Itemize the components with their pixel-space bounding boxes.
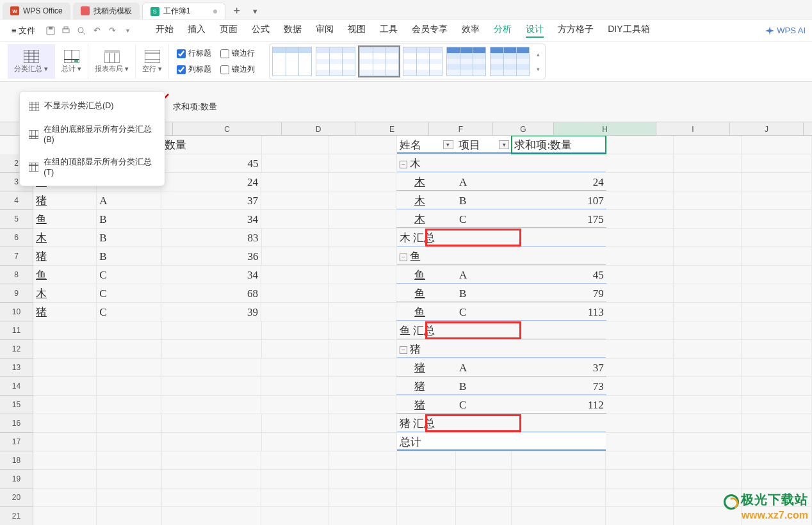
grid-row[interactable]: −猪 [33, 340, 812, 359]
cb-col-header[interactable]: 列标题 [177, 64, 211, 75]
checkbox-icon[interactable] [220, 49, 229, 58]
cb-banded-row[interactable]: 镶边行 [220, 48, 255, 59]
checkbox-icon[interactable] [177, 49, 186, 58]
dd-no-subtotal[interactable]: 不显示分类汇总(D) [20, 94, 165, 118]
tab-wps-office[interactable]: W WPS Office [3, 3, 70, 19]
collapse-icon[interactable]: − [400, 346, 407, 354]
cb-row-header[interactable]: 行标题 [177, 48, 211, 59]
row-head-17[interactable]: 17 [0, 433, 33, 451]
row-head-6[interactable]: 6 [0, 229, 33, 247]
col-head-C[interactable]: C [173, 122, 282, 135]
menu-analyze[interactable]: 分析 [494, 24, 512, 38]
filter-dropdown-icon[interactable]: ▾ [443, 140, 453, 149]
grid-row[interactable] [33, 507, 812, 525]
cb-banded-col[interactable]: 镶边列 [220, 64, 255, 75]
dd-subtotal-bottom[interactable]: 在组的底部显示所有分类汇总(B) [20, 118, 165, 150]
col-head-G[interactable]: G [493, 122, 554, 135]
row-head-11[interactable]: 11 [0, 321, 33, 340]
menu-ffgz[interactable]: 方方格子 [558, 24, 594, 38]
menu-data[interactable]: 数据 [284, 24, 302, 38]
row-head-9[interactable]: 9 [0, 284, 33, 303]
grid-row[interactable]: 鱼 汇总 [33, 321, 812, 340]
row-head-12[interactable]: 12 [0, 340, 33, 359]
wps-ai-button[interactable]: WPS AI [765, 26, 806, 35]
spreadsheet-grid[interactable]: 数量姓名▾项目▾求和项:数量鱼A45−木木A24木A24猪A37木B107鱼B3… [33, 136, 812, 525]
row-head-15[interactable]: 15 [0, 396, 33, 414]
tab-template[interactable]: 找稻壳模板 [73, 3, 140, 19]
style-thumb-2[interactable] [316, 47, 355, 76]
grid-row[interactable]: 猪B36−鱼 [33, 247, 812, 266]
preview-icon[interactable] [76, 26, 86, 36]
menu-efficiency[interactable]: 效率 [462, 24, 480, 38]
col-head-F[interactable]: F [429, 122, 493, 135]
row-head-8[interactable]: 8 [0, 266, 33, 284]
menu-formula[interactable]: 公式 [252, 24, 270, 38]
ribbon-blankrow[interactable]: 空行 ▾ [136, 44, 169, 79]
filter-dropdown-icon[interactable]: ▾ [499, 140, 509, 149]
row-head-19[interactable]: 19 [0, 470, 33, 489]
style-thumb-3[interactable] [359, 47, 399, 76]
add-tab-button[interactable]: + [228, 4, 245, 18]
checkbox-icon[interactable] [220, 65, 229, 74]
row-head-10[interactable]: 10 [0, 303, 33, 321]
collapse-icon[interactable]: − [400, 161, 407, 168]
grid-row[interactable]: 猪C39鱼C113 [33, 303, 812, 321]
ribbon-grandtotal[interactable]: 总计 ▾ [55, 44, 88, 79]
style-thumb-1[interactable] [272, 47, 312, 76]
grid-row[interactable]: 木B83木 汇总 [33, 229, 812, 247]
dd-subtotal-top[interactable]: 在组的顶部显示所有分类汇总(T) [20, 150, 165, 183]
row-head-20[interactable]: 20 [0, 489, 33, 507]
style-thumb-4[interactable] [403, 47, 443, 76]
active-cell[interactable]: 求和项:数量 [512, 136, 606, 154]
row-head-5[interactable]: 5 [0, 210, 33, 229]
grid-row[interactable]: 总计 [33, 433, 812, 451]
grid-row[interactable] [33, 451, 812, 470]
menu-vip[interactable]: 会员专享 [412, 24, 448, 38]
collapse-icon[interactable]: − [400, 254, 407, 261]
grid-row[interactable]: 鱼C34鱼A45 [33, 266, 812, 284]
grid-row[interactable]: 猪C112 [33, 396, 812, 414]
grid-row[interactable] [33, 489, 812, 507]
menu-tools[interactable]: 工具 [380, 24, 398, 38]
ribbon-layout[interactable]: 报表布局 ▾ [88, 44, 136, 79]
row-head-14[interactable]: 14 [0, 377, 33, 396]
menu-start[interactable]: 开始 [156, 24, 174, 38]
ribbon-subtotal[interactable]: 分类汇总 ▾ [8, 44, 55, 79]
row-head-21[interactable]: 21 [0, 507, 33, 525]
col-head-J[interactable]: J [730, 122, 804, 135]
checkbox-icon[interactable] [177, 65, 186, 74]
grid-row[interactable] [33, 470, 812, 489]
menu-diy[interactable]: DIY工具箱 [608, 24, 649, 38]
grid-row[interactable]: 鱼B34木C175 [33, 210, 812, 229]
undo-icon[interactable]: ↶ [92, 26, 102, 36]
grid-row[interactable]: 木C68鱼B79 [33, 284, 812, 303]
grid-row[interactable]: 猪 汇总 [33, 414, 812, 433]
menu-insert[interactable]: 插入 [188, 24, 206, 38]
row-head-16[interactable]: 16 [0, 414, 33, 433]
col-head-K[interactable]: K [804, 122, 812, 135]
formula-bar-content[interactable]: 求和项:数量 [173, 101, 217, 113]
style-gallery-more[interactable]: ▴▾ [533, 47, 542, 76]
row-head-4[interactable]: 4 [0, 191, 33, 210]
menu-review[interactable]: 审阅 [316, 24, 334, 38]
col-head-D[interactable]: D [282, 122, 355, 135]
pivot-header-project[interactable]: 项目▾ [456, 136, 512, 154]
menu-design[interactable]: 设计 [526, 24, 544, 38]
row-head-7[interactable]: 7 [0, 247, 33, 266]
menu-page[interactable]: 页面 [220, 24, 238, 38]
redo-icon[interactable]: ↷ [107, 26, 117, 36]
grid-row[interactable]: 猪A37 [33, 359, 812, 377]
style-thumb-5[interactable] [446, 47, 486, 76]
col-head-E[interactable]: E [355, 122, 429, 135]
col-head-H[interactable]: H [554, 122, 656, 135]
tab-workbook-active[interactable]: S 工作簿1 [142, 3, 226, 19]
style-thumb-6[interactable] [490, 47, 530, 76]
menu-view[interactable]: 视图 [348, 24, 366, 38]
file-menu[interactable]: ≡ 文件 [6, 24, 40, 38]
row-head-13[interactable]: 13 [0, 359, 33, 377]
save-icon[interactable] [45, 26, 56, 36]
col-head-I[interactable]: I [656, 122, 730, 135]
tab-more-button[interactable]: ▾ [248, 6, 263, 16]
grid-row[interactable]: 猪B73 [33, 377, 812, 396]
grid-row[interactable]: 猪A37木B107 [33, 191, 812, 210]
